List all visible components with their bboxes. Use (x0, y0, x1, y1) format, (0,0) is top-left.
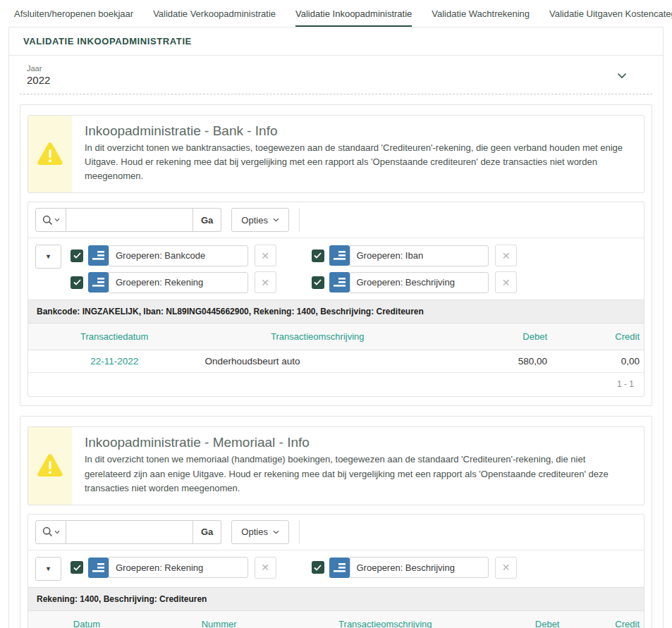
chevron-down-icon (54, 530, 60, 534)
remove-group-button[interactable]: ✕ (495, 557, 517, 579)
toolbar-separator (299, 208, 300, 232)
remove-group-button[interactable]: ✕ (495, 271, 517, 293)
report-toolbar: Ga Opties (28, 515, 644, 550)
collapse-controls-button[interactable]: ▼ (35, 557, 61, 581)
year-select[interactable]: Jaar 2022 (20, 56, 652, 94)
search-input[interactable] (66, 208, 193, 232)
group-checkbox[interactable] (312, 250, 324, 262)
chevron-down-icon (273, 530, 279, 534)
options-button[interactable]: Opties (231, 208, 289, 232)
page-title: VALIDATIE INKOOPADMINISTRATIE (23, 36, 649, 47)
transaction-date-link[interactable]: 22-11-2022 (90, 356, 138, 367)
group-by-icon[interactable] (88, 272, 109, 293)
close-icon: ✕ (502, 277, 511, 288)
year-label: Jaar (27, 64, 617, 73)
section-bank: Inkoopadministratie - Bank - Info In dit… (20, 104, 652, 406)
column-header-nummer[interactable]: Nummer (145, 610, 293, 628)
group-by-icon[interactable] (329, 272, 350, 293)
tab-afsluiten-heropenen-boekjaar[interactable]: Afsluiten/heropenen boekjaar (14, 8, 133, 27)
group-checkbox[interactable] (71, 561, 83, 574)
options-label: Opties (241, 215, 268, 226)
warning-triangle-icon (36, 142, 64, 167)
go-button[interactable]: Ga (193, 520, 221, 544)
tab-bar: Afsluiten/heropenen boekjaar Validatie V… (0, 0, 672, 27)
column-header-transactieomschrijving[interactable]: Transactieomschrijving (200, 324, 434, 350)
info-body: In dit overzicht tonen we banktransactie… (85, 141, 631, 183)
close-icon: ✕ (502, 562, 511, 573)
main-card: VALIDATIE INKOOPADMINISTRATIE Jaar 2022 (8, 27, 664, 628)
group-chip-rekening: ✕ (71, 557, 276, 579)
group-field-input[interactable] (109, 557, 248, 578)
table-row: 22-11-2022 Onderhoudsbeurt auto 580,00 0… (28, 350, 644, 373)
search-input[interactable] (66, 520, 193, 544)
search-dropdown-button[interactable] (35, 520, 66, 544)
options-button[interactable]: Opties (231, 520, 289, 544)
group-field-input[interactable] (109, 245, 248, 266)
pagination-label: 1 - 1 (28, 373, 644, 396)
toolbar-separator (299, 520, 300, 544)
remove-group-button[interactable]: ✕ (255, 271, 276, 293)
interactive-report-bank: Ga Opties ▼ (28, 202, 644, 397)
column-header-debet[interactable]: Debet (477, 610, 563, 628)
group-checkbox[interactable] (312, 276, 324, 289)
group-field-input[interactable] (350, 245, 489, 266)
debet-cell: 580,00 (434, 350, 551, 373)
info-body: In dit overzicht tonen we memoriaal (han… (85, 452, 631, 495)
credit-cell: 0,00 (551, 350, 644, 373)
column-header-datum[interactable]: Datum (28, 610, 145, 628)
group-header-row: Rekening: 1400, Beschrijving: Crediteure… (28, 587, 644, 610)
search-icon (42, 527, 53, 537)
group-checkbox[interactable] (312, 561, 324, 574)
group-checkbox[interactable] (71, 276, 83, 289)
group-chip-iban: ✕ (312, 245, 518, 266)
group-by-icon[interactable] (88, 558, 109, 578)
report-toolbar: Ga Opties (28, 202, 644, 238)
close-icon: ✕ (502, 250, 511, 261)
memoriaal-transactions-table: Datum Nummer Transactieomschrijving Debe… (28, 610, 644, 628)
group-field-input[interactable] (109, 272, 248, 293)
close-icon: ✕ (261, 250, 269, 261)
bank-transactions-table: Transactiedatum Transactieomschrijving D… (28, 323, 644, 373)
collapse-controls-button[interactable]: ▼ (35, 245, 61, 269)
group-chip-bankcode: ✕ (71, 245, 276, 266)
remove-group-button[interactable]: ✕ (495, 245, 517, 266)
info-strip (28, 116, 72, 192)
year-value: 2022 (27, 74, 50, 86)
remove-group-button[interactable]: ✕ (255, 557, 276, 579)
group-checkbox[interactable] (71, 250, 83, 262)
group-by-controls: ▼ ✕ (28, 550, 644, 587)
column-header-transactiedatum[interactable]: Transactiedatum (28, 324, 200, 350)
info-strip (28, 427, 72, 504)
group-field-input[interactable] (350, 557, 489, 578)
column-header-transactieomschrijving[interactable]: Transactieomschrijving (293, 610, 477, 628)
tab-validatie-uitgaven-kostencategorie[interactable]: Validatie Uitgaven Kostencategorie (549, 8, 672, 27)
column-header-debet[interactable]: Debet (434, 324, 551, 350)
group-by-icon[interactable] (88, 245, 109, 266)
triangle-down-icon: ▼ (45, 253, 51, 260)
info-panel-memoriaal: Inkoopadministratie - Memoriaal - Info I… (28, 426, 644, 505)
go-button[interactable]: Ga (193, 208, 221, 232)
warning-triangle-icon (36, 453, 64, 479)
column-header-credit[interactable]: Credit (551, 324, 644, 350)
interactive-report-memoriaal: Ga Opties ▼ (28, 514, 644, 628)
tab-validatie-inkoopadministratie[interactable]: Validatie Inkoopadministratie (295, 8, 412, 27)
group-by-icon[interactable] (329, 245, 350, 266)
options-label: Opties (241, 527, 268, 537)
group-chip-rekening: ✕ (71, 271, 276, 293)
tab-validatie-verkoopadministratie[interactable]: Validatie Verkoopadministratie (153, 8, 276, 27)
info-panel-bank: Inkoopadministratie - Bank - Info In dit… (28, 115, 644, 193)
triangle-down-icon: ▼ (45, 565, 51, 572)
group-by-icon[interactable] (329, 558, 350, 578)
close-icon: ✕ (261, 562, 269, 573)
group-field-input[interactable] (350, 272, 489, 293)
chevron-down-icon (617, 73, 627, 79)
remove-group-button[interactable]: ✕ (255, 245, 276, 266)
group-chip-beschrijving: ✕ (312, 271, 518, 293)
group-header-row: Bankcode: INGZAKELIJK, Iban: NL89ING0445… (28, 300, 644, 323)
close-icon: ✕ (261, 277, 269, 288)
tab-validatie-wachtrekening[interactable]: Validatie Wachtrekening (432, 8, 530, 27)
info-title: Inkoopadministratie - Memoriaal - Info (85, 435, 631, 450)
search-dropdown-button[interactable] (35, 208, 66, 232)
column-header-credit[interactable]: Credit (563, 610, 644, 628)
transaction-description-cell: Onderhoudsbeurt auto (200, 350, 434, 373)
